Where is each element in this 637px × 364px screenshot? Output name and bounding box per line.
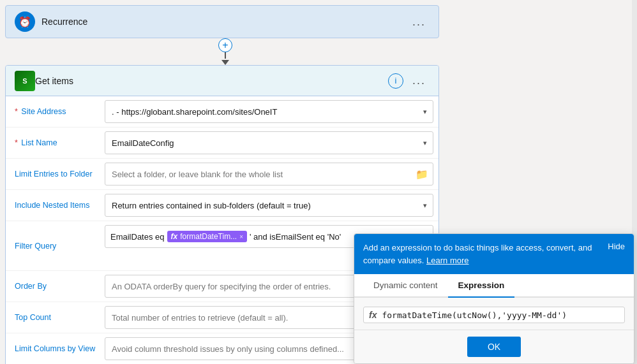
ok-button[interactable]: OK	[467, 337, 521, 357]
info-button[interactable]: i	[388, 73, 403, 89]
include-nested-dropdown-wrapper: Return entries contained in sub-folders …	[105, 194, 433, 217]
expression-badge-text: formatDateTim...	[180, 232, 237, 241]
include-nested-select[interactable]: Return entries contained in sub-folders …	[105, 194, 433, 217]
connector-line	[225, 52, 226, 59]
filter-suffix-text: ' and isEmailSent eq 'No'	[250, 232, 341, 242]
expression-footer: OK	[354, 330, 634, 363]
list-name-row: * List Name EmailDateConfig ▾	[6, 127, 438, 159]
get-items-header: S Get items i ...	[6, 66, 438, 96]
limit-to-folder-label: Limit Entries to Folder	[6, 164, 105, 184]
expression-header-description: Add an expression to do basic things lik…	[363, 243, 592, 265]
expression-panel: Add an expression to do basic things lik…	[354, 233, 634, 364]
get-items-title: Get items	[35, 76, 388, 86]
clock-icon: ⏰	[19, 16, 31, 28]
expression-panel-header: Add an expression to do basic things lik…	[354, 234, 634, 274]
include-nested-control: Return entries contained in sub-folders …	[105, 194, 433, 217]
recurrence-more-options-button[interactable]: ...	[408, 14, 430, 30]
expression-badge-close-button[interactable]: ×	[239, 233, 243, 240]
folder-field-wrapper: 📁	[105, 163, 433, 186]
tab-dynamic-content[interactable]: Dynamic content	[363, 274, 448, 298]
expression-input-row: fx	[363, 307, 625, 323]
connector-arrow	[221, 60, 229, 65]
list-name-control: EmailDateConfig ▾	[105, 131, 433, 154]
list-name-dropdown-wrapper: EmailDateConfig ▾	[105, 131, 433, 154]
filter-query-label: Filter Query	[6, 237, 105, 256]
recurrence-block: ⏰ Recurrence ...	[5, 5, 439, 38]
learn-more-link[interactable]: Learn more	[426, 256, 468, 265]
filter-prefix-text: EmailDates eq	[110, 232, 165, 242]
expression-badge[interactable]: fx formatDateTim... ×	[167, 231, 247, 242]
list-name-select[interactable]: EmailDateConfig	[105, 131, 433, 154]
get-items-more-options-button[interactable]: ...	[408, 73, 430, 89]
site-address-dropdown-wrapper: . - https://globant.sharepoint.com/sites…	[105, 100, 433, 123]
fx-icon: fx	[171, 232, 178, 241]
recurrence-title: Recurrence	[41, 17, 408, 27]
hide-panel-button[interactable]: Hide	[608, 242, 625, 251]
expression-text-input[interactable]	[382, 310, 619, 320]
list-name-label: * List Name	[6, 133, 105, 152]
step-connector: +	[219, 38, 232, 65]
site-address-label: * Site Address	[6, 102, 105, 121]
folder-icon: 📁	[416, 168, 428, 180]
limit-to-folder-row: Limit Entries to Folder 📁	[6, 159, 438, 190]
recurrence-icon: ⏰	[15, 11, 35, 32]
order-by-label: Order By	[6, 277, 105, 296]
include-nested-row: Include Nested Items Return entries cont…	[6, 190, 438, 221]
tab-expression[interactable]: Expression	[448, 274, 515, 298]
site-address-control: . - https://globant.sharepoint.com/sites…	[105, 100, 433, 123]
expression-tabs: Dynamic content Expression	[354, 274, 634, 298]
expression-header-text: Add an expression to do basic things lik…	[363, 242, 597, 266]
add-step-button[interactable]: +	[218, 38, 232, 52]
site-address-select[interactable]: . - https://globant.sharepoint.com/sites…	[105, 100, 433, 123]
limit-to-folder-input[interactable]	[105, 163, 433, 186]
limit-to-folder-control: 📁	[105, 163, 433, 186]
top-count-label: Top Count	[6, 308, 105, 327]
limit-columns-label: Limit Columns by View	[6, 339, 105, 358]
canvas: ⏰ Recurrence ... + S Get items i ... * S	[0, 0, 637, 364]
expression-input-area: fx	[354, 298, 634, 330]
expression-fx-label: fx	[369, 310, 377, 320]
header-actions: i ...	[388, 73, 430, 89]
include-nested-label: Include Nested Items	[6, 196, 105, 215]
sharepoint-icon: S	[15, 71, 35, 91]
site-address-row: * Site Address . - https://globant.share…	[6, 96, 438, 127]
